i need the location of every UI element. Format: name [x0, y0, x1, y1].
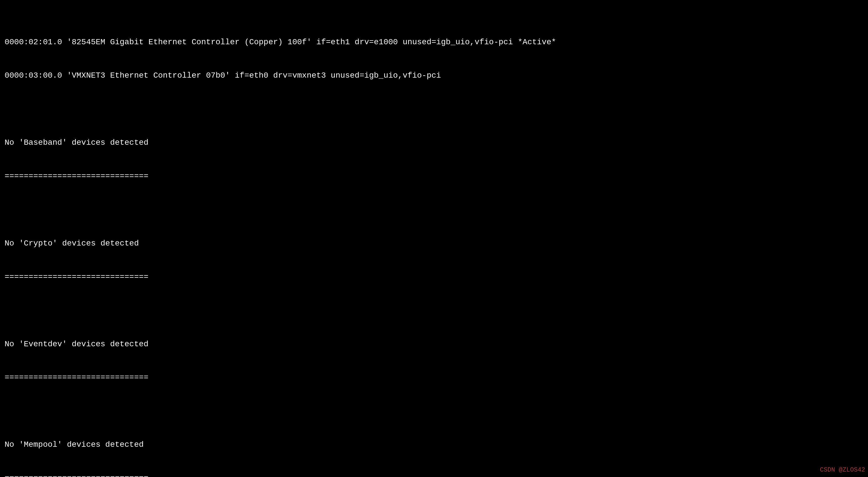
line-crypto: No 'Crypto' devices detected: [5, 238, 863, 249]
line-crypto-sep: ==============================: [5, 271, 863, 282]
line-baseband-sep: ==============================: [5, 171, 863, 182]
line-eth1: 0000:02:01.0 '82545EM Gigabit Ethernet C…: [5, 36, 863, 48]
spacer-2: [5, 204, 863, 215]
spacer-4: [5, 406, 863, 417]
spacer-1: [5, 103, 863, 115]
line-eventdev: No 'Eventdev' devices detected: [5, 338, 863, 350]
terminal-output: 0000:02:01.0 '82545EM Gigabit Ethernet C…: [5, 3, 863, 477]
line-eventdev-sep: ==============================: [5, 372, 863, 383]
line-baseband: No 'Baseband' devices detected: [5, 137, 863, 148]
watermark: CSDN @ZLOS42: [820, 466, 865, 475]
line-eth0: 0000:03:00.0 'VMXNET3 Ethernet Controlle…: [5, 70, 863, 81]
spacer-3: [5, 305, 863, 316]
line-mempool-sep: ==============================: [5, 473, 863, 477]
line-mempool: No 'Mempool' devices detected: [5, 439, 863, 450]
